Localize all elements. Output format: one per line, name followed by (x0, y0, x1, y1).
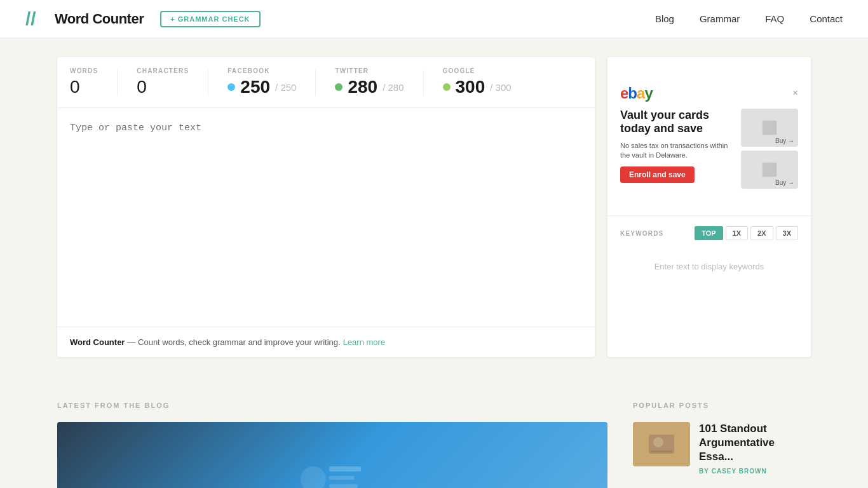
kw-tab-2x[interactable]: 2X (750, 226, 773, 240)
characters-label: CHARACTERS (137, 67, 189, 74)
twitter-label: TWITTER (335, 67, 403, 74)
words-stat: WORDS 0 (70, 67, 98, 97)
ad-buy-arrow-1[interactable]: Buy → (775, 137, 794, 144)
popular-post-text: 101 Standout Argumentative Essa... by CA… (699, 422, 811, 475)
ad-enroll-button[interactable]: Enroll and save (620, 166, 695, 183)
characters-value: 0 (137, 77, 189, 97)
logo-area: // Word Counter + GRAMMAR CHECK (25, 8, 261, 30)
stat-divider-2 (208, 70, 208, 95)
nav-blog[interactable]: Blog (655, 13, 674, 24)
ad-body: Vault your cards today and save No sales… (620, 109, 798, 189)
panel-footer: Word Counter — Count words, check gramma… (57, 327, 595, 357)
facebook-limit: / 250 (275, 82, 296, 93)
facebook-value-row: 250 / 250 (227, 77, 296, 97)
keywords-header: KEYWORDS TOP 1X 2X 3X (620, 226, 798, 240)
text-input[interactable] (57, 108, 595, 324)
popular-post-author: by CASEY BROWN (699, 468, 811, 475)
blog-right: POPULAR POSTS 101 Standout Argumentative… (633, 402, 811, 488)
characters-stat: CHARACTERS 0 (137, 67, 189, 97)
kw-tab-1x[interactable]: 1X (726, 226, 748, 240)
main-nav: Blog Grammar FAQ Contact (655, 13, 843, 24)
blog-featured-image (57, 422, 607, 488)
popular-post-image (633, 422, 690, 466)
popular-image-svg (646, 428, 677, 460)
google-value-row: 300 / 300 (443, 77, 512, 97)
blog-section-title: LATEST FROM THE BLOG (57, 402, 607, 409)
stat-divider-4 (423, 70, 424, 95)
svg-rect-5 (329, 476, 355, 480)
stat-divider-1 (117, 70, 118, 95)
kw-tab-3x[interactable]: 3X (776, 226, 798, 240)
ad-buy-arrow-2[interactable]: Buy → (775, 179, 794, 186)
stat-divider-3 (315, 70, 316, 95)
svg-rect-9 (651, 451, 672, 452)
ad-header: ebay ✕ (620, 85, 798, 102)
ad-close-icon[interactable]: ✕ (792, 89, 798, 97)
ad-text: Vault your cards today and save No sales… (620, 109, 735, 189)
blog-left: LATEST FROM THE BLOG (57, 402, 607, 488)
twitter-limit: / 280 (383, 82, 403, 93)
google-stat: GOOGLE 300 / 300 (443, 67, 512, 97)
facebook-label: FACEBOOK (227, 67, 296, 74)
nav-faq[interactable]: FAQ (765, 13, 784, 24)
kw-tab-top[interactable]: TOP (695, 226, 722, 240)
svg-text://: // (25, 8, 36, 29)
main-layout: WORDS 0 CHARACTERS 0 FACEBOOK 250 / 250 … (0, 38, 868, 376)
svg-point-3 (301, 466, 326, 488)
svg-point-8 (653, 437, 663, 447)
keywords-tabs: TOP 1X 2X 3X (695, 226, 798, 240)
popular-post-title: 101 Standout Argumentative Essa... (699, 422, 811, 464)
facebook-dot (227, 83, 235, 91)
facebook-stat: FACEBOOK 250 / 250 (227, 67, 296, 97)
blog-section: LATEST FROM THE BLOG POPULAR POSTS 101 S… (0, 376, 868, 488)
keywords-label: KEYWORDS (620, 230, 664, 237)
blog-image-svg (294, 460, 370, 488)
google-label: GOOGLE (443, 67, 512, 74)
words-value: 0 (70, 77, 98, 97)
ad-image-2: Buy → (741, 151, 798, 189)
twitter-count: 280 (348, 77, 377, 97)
facebook-count: 250 (240, 77, 270, 97)
ad-image-1: Buy → (741, 109, 798, 147)
svg-rect-1 (763, 120, 777, 135)
twitter-dot (335, 83, 342, 91)
ad-description: No sales tax on transactions within the … (620, 141, 735, 161)
footer-brand: Word Counter (70, 337, 125, 347)
right-panel: ebay ✕ Vault your cards today and save N… (607, 57, 811, 357)
left-panel: WORDS 0 CHARACTERS 0 FACEBOOK 250 / 250 … (57, 57, 595, 357)
twitter-stat: TWITTER 280 / 280 (335, 67, 403, 97)
popular-section-title: POPULAR POSTS (633, 402, 811, 409)
stats-bar: WORDS 0 CHARACTERS 0 FACEBOOK 250 / 250 … (57, 57, 595, 108)
header: // Word Counter + GRAMMAR CHECK Blog Gra… (0, 0, 868, 38)
svg-rect-2 (763, 162, 777, 177)
nav-contact[interactable]: Contact (810, 13, 843, 24)
ebay-logo: ebay (620, 85, 653, 102)
ad-area: ebay ✕ Vault your cards today and save N… (607, 57, 811, 216)
google-limit: / 300 (490, 82, 511, 93)
popular-post: 101 Standout Argumentative Essa... by CA… (633, 422, 811, 475)
svg-rect-6 (329, 484, 358, 488)
google-dot (443, 83, 451, 91)
ad-inner: ebay ✕ Vault your cards today and save N… (607, 57, 811, 215)
footer-description: — Count words, check grammar and improve… (127, 337, 340, 347)
google-count: 300 (456, 77, 485, 97)
nav-grammar[interactable]: Grammar (700, 13, 740, 24)
svg-rect-4 (329, 466, 361, 471)
learn-more-link[interactable]: Learn more (343, 337, 385, 347)
keywords-empty-state: Enter text to display keywords (620, 249, 798, 284)
words-label: WORDS (70, 67, 98, 74)
twitter-value-row: 280 / 280 (335, 77, 403, 97)
grammar-check-button[interactable]: + GRAMMAR CHECK (160, 11, 260, 27)
ad-title: Vault your cards today and save (620, 109, 735, 136)
keywords-section: KEYWORDS TOP 1X 2X 3X Enter text to disp… (607, 216, 811, 294)
ad-images: Buy → Buy → (741, 109, 798, 189)
logo-icon: // (25, 8, 48, 30)
site-title: Word Counter (55, 11, 144, 27)
